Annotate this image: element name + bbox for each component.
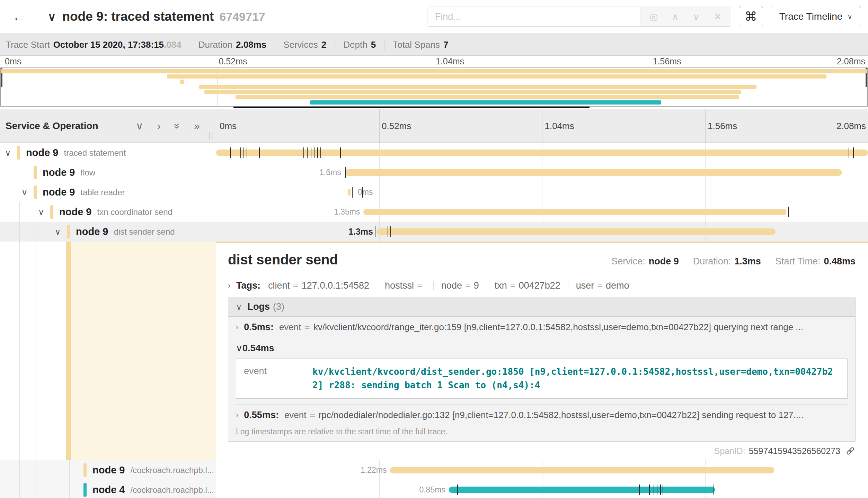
- trace-start-fraction: .084: [164, 39, 181, 50]
- log-marker-tick: [352, 187, 353, 198]
- log-expanded-header[interactable]: ∨ 0.54ms: [236, 343, 848, 354]
- span-name-cell[interactable]: ∨node 9traced statement: [0, 143, 216, 163]
- span-duration-bar[interactable]: [348, 189, 351, 196]
- back-button[interactable]: ←: [0, 0, 38, 33]
- next-match-icon[interactable]: ∨: [693, 11, 700, 22]
- expand-chevron-icon[interactable]: ∨: [5, 148, 11, 158]
- log-row[interactable]: › 0.5ms: event = kv/kvclient/kvcoord/ran…: [236, 317, 848, 338]
- log-rows: › 0.5ms: event = kv/kvclient/kvcoord/ran…: [228, 317, 855, 426]
- tree-guide: [3, 222, 3, 242]
- link-icon[interactable]: [845, 446, 856, 456]
- span-timeline-cell[interactable]: 1.3ms: [216, 222, 868, 242]
- page-title: node 9: traced statement: [62, 9, 214, 24]
- log-row[interactable]: › 0.55ms: event = rpc/nodedialer/nodedia…: [236, 404, 848, 426]
- log-key: event: [279, 322, 301, 333]
- log-marker-tick: [649, 485, 650, 495]
- prev-match-icon[interactable]: ∧: [672, 11, 679, 22]
- tags-row[interactable]: › Tags: client=127.0.0.1:54582hostssl=no…: [228, 280, 856, 291]
- tag-value: demo: [606, 280, 629, 291]
- span-name-cell[interactable]: ∨node 9txn coordinator send: [0, 202, 216, 222]
- divider: [190, 39, 190, 50]
- span-row-flow[interactable]: node 9flow1.6ms: [0, 163, 868, 182]
- equals-sign: =: [597, 280, 603, 291]
- log-marker-tick: [853, 147, 854, 158]
- span-row-cockroach-roachpb-l[interactable]: node 9/cockroach.roachpb.l...1.22ms: [0, 460, 868, 480]
- log-marker-tick: [320, 147, 321, 158]
- tag-key: txn: [495, 280, 507, 291]
- logs-footer-note: Log timestamps are relative to the start…: [228, 426, 855, 441]
- log-marker-tick: [230, 147, 231, 158]
- log-key: event: [284, 410, 307, 420]
- collapse-one-icon[interactable]: ∨: [136, 121, 143, 131]
- span-duration-bar[interactable]: [390, 467, 774, 473]
- ruler-gridline: [379, 109, 380, 143]
- log-marker-tick: [849, 147, 849, 158]
- span-name-cell[interactable]: ∨node 9table reader: [0, 182, 216, 202]
- find-input[interactable]: [427, 7, 640, 26]
- chevron-right-icon: ›: [236, 411, 238, 420]
- ruler-gridline: [705, 109, 706, 143]
- span-duration-bar[interactable]: [449, 487, 715, 493]
- span-duration-bar[interactable]: [345, 169, 842, 176]
- span-detail-section: dist sender send Service: node 9 Duratio…: [0, 242, 868, 460]
- clear-find-icon[interactable]: ✕: [714, 11, 721, 22]
- log-marker-tick: [240, 147, 241, 158]
- tree-guide: [19, 480, 20, 498]
- span-name-cell[interactable]: node 9/cockroach.roachpb.l...: [0, 460, 216, 480]
- span-name-cell[interactable]: ∨node 9dist sender send: [0, 222, 216, 242]
- ruler-gridline: [542, 109, 542, 143]
- log-marker-tick: [663, 485, 663, 495]
- keyboard-shortcuts-button[interactable]: ⌘: [739, 6, 763, 27]
- expand-chevron-icon[interactable]: ∨: [38, 207, 44, 217]
- span-row-txn-coordinator-send[interactable]: ∨node 9txn coordinator send1.35ms: [0, 202, 868, 222]
- span-operation-name: /cockroach.roachpb.l...: [130, 465, 214, 475]
- ruler-tick-1: 0.52ms: [382, 109, 411, 143]
- span-timeline-cell[interactable]: 1.6ms: [216, 163, 868, 182]
- log-marker-tick: [375, 226, 375, 237]
- span-row-dist-sender-send[interactable]: ∨node 9dist sender send1.3ms: [0, 222, 868, 242]
- log-marker-tick: [714, 485, 714, 495]
- span-row-table-reader[interactable]: ∨node 9table reader0ms: [0, 182, 868, 202]
- minimap-canvas[interactable]: [0, 67, 868, 107]
- span-timeline-cell[interactable]: 1.35ms: [216, 202, 868, 222]
- duration-value: 2.08ms: [236, 39, 266, 50]
- span-timeline-cell[interactable]: 0ms: [216, 182, 868, 202]
- equals-sign: =: [293, 280, 299, 291]
- view-selector-button[interactable]: Trace Timeline ∨: [771, 6, 861, 27]
- tree-guide: [3, 460, 3, 480]
- expand-all-icon[interactable]: »: [194, 121, 200, 131]
- detail-left-accent: [0, 242, 216, 460]
- minimap-scrubber[interactable]: [233, 107, 589, 108]
- span-timeline-cell[interactable]: 0.85ms: [216, 480, 868, 498]
- total-spans-value: 7: [443, 39, 448, 50]
- span-timeline-cell[interactable]: 1.22ms: [216, 460, 868, 480]
- title-collapse-icon[interactable]: ∨: [48, 10, 56, 24]
- span-duration-bar[interactable]: [363, 209, 786, 215]
- span-row-cockroach-roachpb-l[interactable]: node 4/cockroach.roachpb.l...0.85ms: [0, 480, 868, 498]
- span-row-traced-statement[interactable]: ∨node 9traced statement: [0, 143, 868, 163]
- timeline-ruler: 0ms 0.52ms 1.04ms 1.56ms 2.08ms: [216, 109, 868, 143]
- expand-chevron-icon[interactable]: ∨: [55, 227, 61, 237]
- expand-one-icon[interactable]: ›: [157, 121, 161, 131]
- depth-label: Depth: [343, 39, 367, 50]
- tree-guide: [3, 163, 3, 182]
- collapse-all-icon[interactable]: »: [172, 123, 183, 129]
- logs-header[interactable]: ∨ Logs (3): [228, 297, 855, 317]
- span-id-value: 5597415943526560273: [749, 446, 840, 456]
- locate-icon[interactable]: ◎: [649, 11, 658, 22]
- span-color-bar: [83, 483, 87, 497]
- span-name-cell[interactable]: node 4/cockroach.roachpb.l...: [0, 480, 216, 498]
- minimap-tick-1: 0.52ms: [219, 56, 247, 66]
- column-resize-grip[interactable]: ||: [209, 131, 214, 140]
- log-time: 0.54ms: [242, 343, 274, 354]
- tree-guide: [19, 202, 20, 222]
- divider: [568, 281, 568, 290]
- expand-chevron-icon[interactable]: ∨: [21, 188, 28, 197]
- tree-guide: [3, 202, 3, 222]
- span-timeline-cell[interactable]: [216, 143, 868, 163]
- span-duration-bar[interactable]: [377, 228, 776, 235]
- span-service-name: node 4: [92, 484, 125, 496]
- span-name-cell[interactable]: node 9flow: [0, 163, 216, 182]
- service-operation-column-header: Service & Operation ∨ › » » ||: [0, 109, 216, 143]
- timeline-gridline: [379, 182, 380, 202]
